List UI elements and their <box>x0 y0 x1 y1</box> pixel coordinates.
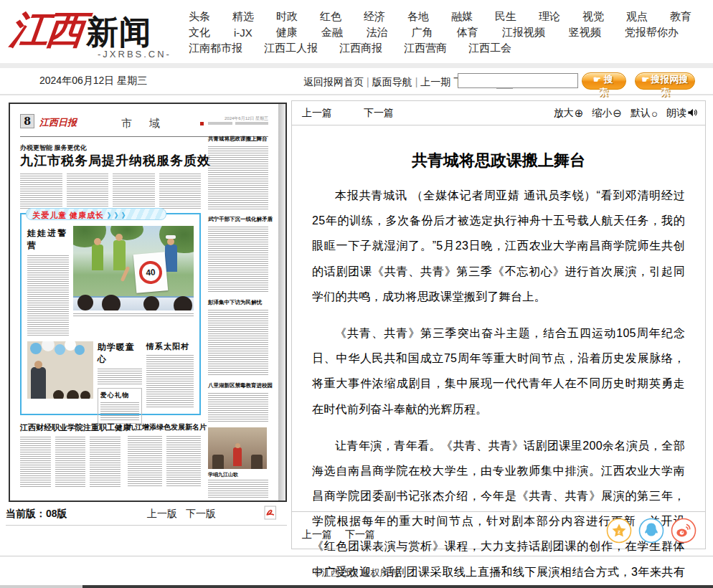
speed-limit-sign: 40 <box>133 252 169 293</box>
nav-link[interactable]: 广角 <box>412 26 433 39</box>
site-header: 江西新闻 -JXRBS.CN- 头条精选时政红色经济各地融媒民生理论视觉观点教育… <box>0 0 713 63</box>
share-qq-icon[interactable] <box>638 518 664 544</box>
headline-folk-song[interactable]: 学唱九江山歌 <box>208 471 268 478</box>
logo-brand-black: 新闻 <box>86 14 152 50</box>
next-article-link-top[interactable]: 下一篇 <box>364 107 394 120</box>
newspaper-page: 8 江西日报 市 域 2024年6月12日 星期三 办税更智能 服务更优化 九江… <box>10 104 278 501</box>
nav-link[interactable]: 教育 <box>670 10 691 24</box>
newspaper-page-number: 8 <box>20 114 34 128</box>
nav-link[interactable]: 江西工人报 <box>264 42 318 55</box>
headline-main[interactable]: 九江市税务局提升纳税服务质效 <box>20 152 204 169</box>
page-nav-link[interactable]: 版面导航 <box>372 76 412 87</box>
nav-link[interactable]: 江西商报 <box>339 42 382 55</box>
officer-figure <box>113 240 126 270</box>
nav-link[interactable]: 民生 <box>495 10 516 24</box>
nav-link[interactable]: 江报视频 <box>502 26 545 39</box>
fake-text-lines <box>98 369 142 384</box>
nav-link[interactable]: 融媒 <box>451 10 473 24</box>
main-content: 8 江西日报 市 域 2024年6月12日 星期三 办税更智能 服务更优化 九江… <box>0 95 713 556</box>
headline-wuning[interactable]: 武宁干部下沉一线化解矛盾 <box>208 216 268 223</box>
photo-balloons-gift <box>27 341 93 399</box>
nav-row-2: 文化i-JX健康金融法治广角体育江报视频竖视频党报帮你办 <box>189 24 691 40</box>
newspaper-masthead: 江西日报 <box>39 116 77 129</box>
nav-link[interactable]: 党报帮你办 <box>625 26 679 39</box>
headline-pengze[interactable]: 彭泽集中下访为民解忧 <box>208 299 268 306</box>
nav-link[interactable]: 江西工会 <box>468 42 511 55</box>
next-page-link[interactable]: 下一版 <box>186 508 216 519</box>
red-square-icon <box>200 122 204 125</box>
feature-banner-text: 关爱儿童 健康成长 <box>32 211 104 219</box>
headline-help-children[interactable]: 助学暖童心 <box>98 341 142 366</box>
love-gift-box[interactable]: 爱心礼物 <box>98 388 142 424</box>
fake-text-lines <box>20 174 201 209</box>
nav-link[interactable]: 法治 <box>367 26 388 39</box>
policewoman-figure <box>165 245 177 272</box>
fake-text-lines <box>146 355 194 408</box>
newspaper-dateline: 2024年6月12日 星期三 <box>200 115 268 126</box>
zoom-in-button[interactable]: 放大⊕ <box>554 107 584 120</box>
search-input[interactable] <box>458 73 578 88</box>
nav-link[interactable]: 理论 <box>539 10 560 24</box>
nav-link[interactable]: 精选 <box>232 10 254 24</box>
headline-sun-village[interactable]: 情系太阳村 <box>146 341 194 352</box>
next-article-link-bottom[interactable]: 下一篇 <box>345 528 375 540</box>
nav-link[interactable]: 各地 <box>407 10 429 24</box>
fake-text-lines <box>208 146 268 209</box>
officer-figure <box>92 245 103 270</box>
nav-link[interactable]: 经济 <box>364 10 385 24</box>
feature-banner: 关爱儿童 健康成长 》》》 <box>26 208 166 220</box>
nav-link[interactable]: 竖视频 <box>569 26 601 39</box>
share-weibo-icon[interactable] <box>671 518 697 544</box>
pdf-icon[interactable] <box>264 506 277 522</box>
default-size-icon: ○ <box>651 108 658 120</box>
fake-text-lines <box>27 255 69 336</box>
nav-link[interactable]: 视觉 <box>582 10 604 24</box>
headline-gongqingcheng[interactable]: 共青城将思政课搬上舞台 <box>208 136 268 143</box>
current-date: 2024年06月12日 星期三 <box>39 75 147 87</box>
read-aloud-button[interactable]: 朗读 <box>666 107 698 120</box>
toolbar: 2024年06月12日 星期三 返回报网首页|版面导航|上一期 下一期|往期阅读… <box>0 63 713 95</box>
prev-page-link[interactable]: 上一版 <box>147 508 177 519</box>
newspaper-page-thumbnail[interactable]: 8 江西日报 市 域 2024年6月12日 星期三 办税更智能 服务更优化 九江… <box>9 103 287 502</box>
nav-link[interactable]: 观点 <box>626 10 648 24</box>
fake-text-lines <box>208 310 268 376</box>
share-qzone-icon[interactable]: z <box>606 518 632 544</box>
nav-link[interactable]: 头条 <box>189 10 210 24</box>
nav-link[interactable]: 江南都市报 <box>189 42 242 55</box>
nav-link[interactable]: 金融 <box>321 26 343 39</box>
site-search-button[interactable]: ☛搜报网搜索 <box>635 72 695 90</box>
headline-police-camp[interactable]: 娃娃进警营 <box>27 227 69 252</box>
newspaper-section-title: 市 域 <box>121 117 167 131</box>
default-size-button[interactable]: 默认○ <box>631 107 658 120</box>
nav-link[interactable]: 文化 <box>189 26 210 39</box>
photo-caption-placeholder <box>73 313 194 317</box>
speed-limit-value: 40 <box>138 260 164 285</box>
nav-link[interactable]: 时政 <box>276 10 298 24</box>
banner-arrows-icon: 》》》 <box>108 212 129 219</box>
prev-article-link-bottom[interactable]: 上一篇 <box>302 528 332 540</box>
newspaper-header: 8 江西日报 市 域 2024年6月12日 星期三 <box>20 113 268 137</box>
nav-link[interactable]: i-JX <box>234 27 252 39</box>
editor-line-placeholder <box>208 122 232 125</box>
prev-article-link-top[interactable]: 上一篇 <box>302 107 332 120</box>
nav-link[interactable]: 江西营商 <box>404 42 447 55</box>
zoom-out-icon: ⊖ <box>613 107 622 120</box>
nav-link[interactable]: 体育 <box>457 26 478 39</box>
site-logo[interactable]: 江西新闻 -JXRBS.CN- <box>10 4 152 57</box>
headline-jiujiang-green[interactable]: 九江增添绿色发展新名片 <box>128 422 201 432</box>
article-paragraph: 《共青、共青》第三季突出奋斗主题，结合五四运动105周年纪念日、中华人民共和国成… <box>312 321 685 422</box>
nav-link[interactable]: 红色 <box>320 10 341 24</box>
bottom-articles: 江西财经职业学院注重职工健康 九江增添绿色发展新名片 <box>20 422 201 488</box>
logo-brand-red: 江西 <box>7 4 85 57</box>
feature-box-children: 关爱儿童 健康成长 》》》 娃娃进警营 <box>20 213 201 415</box>
nav-link[interactable]: 健康 <box>276 26 298 39</box>
photo-police-children: 40 <box>73 226 194 310</box>
zoom-out-button[interactable]: 缩小⊖ <box>592 107 622 120</box>
headline-balihu[interactable]: 八里湖新区禁毒教育进校园 <box>208 382 268 389</box>
prev-issue-link[interactable]: 上一期 <box>420 76 450 87</box>
nav-row-1: 头条精选时政红色经济各地融媒民生理论视觉观点教育 <box>189 9 691 24</box>
back-to-home-link[interactable]: 返回报网首页 <box>303 76 364 87</box>
headline-finance-college[interactable]: 江西财经职业学院注重职工健康 <box>20 422 121 433</box>
svg-text:z: z <box>618 528 620 535</box>
search-button[interactable]: ☛搜 索 <box>582 72 626 90</box>
